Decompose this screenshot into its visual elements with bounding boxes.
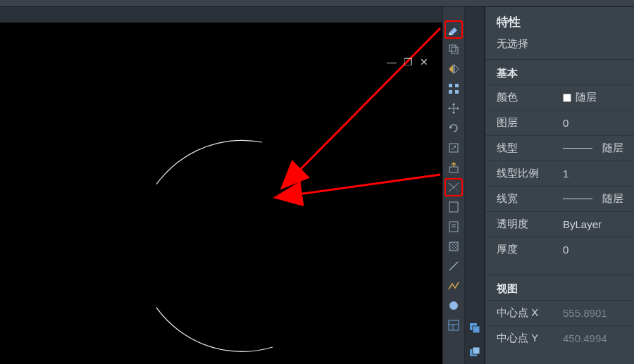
svg-rect-7: [455, 90, 459, 94]
svg-rect-6: [449, 90, 452, 94]
send-top-tool[interactable]: [445, 159, 462, 176]
lineweight-label: 线宽: [485, 192, 559, 206]
trim-tool[interactable]: [445, 179, 462, 196]
hatch-tool[interactable]: [445, 238, 462, 255]
linetype-value: 随层: [602, 142, 623, 155]
svg-rect-5: [455, 84, 459, 87]
properties-panel: 特性 无选择 基本 颜色 随层 图层 0 线型 随层 线型比例 1 线宽 随层: [485, 7, 634, 364]
annotation-arrows: [0, 23, 442, 364]
canvas-minimize[interactable]: —: [387, 56, 397, 68]
row-linetype[interactable]: 线型 随层: [485, 135, 634, 161]
panel-gutter: [465, 7, 485, 364]
svg-rect-18: [473, 347, 480, 354]
layer-label: 图层: [485, 116, 559, 130]
stack-group-icon[interactable]: [468, 345, 482, 359]
svg-rect-16: [473, 326, 480, 333]
right-toolbar: [442, 7, 465, 364]
row-color[interactable]: 颜色 随层: [485, 84, 634, 110]
layout-tool[interactable]: [445, 317, 462, 334]
scale-tool[interactable]: [445, 139, 462, 156]
svg-rect-4: [449, 84, 452, 87]
center-y-value: 450.4994: [559, 332, 634, 344]
svg-line-0: [298, 28, 440, 172]
move-tool[interactable]: [445, 100, 462, 117]
mirror-tool[interactable]: [445, 61, 462, 77]
lineweight-value: 随层: [602, 192, 623, 206]
color-label: 颜色: [485, 91, 559, 104]
transparency-label: 透明度: [485, 218, 559, 231]
svg-rect-10: [449, 202, 458, 212]
center-x-label: 中心点 X: [485, 306, 559, 320]
svg-point-13: [449, 301, 458, 310]
canvas-close[interactable]: ✕: [420, 56, 428, 68]
eraser-tool[interactable]: [445, 21, 462, 38]
copy-tool[interactable]: [445, 41, 462, 58]
panel-no-selection: 无选择: [485, 34, 634, 59]
doc1-tool[interactable]: [445, 199, 462, 215]
svg-rect-14: [449, 320, 459, 330]
row-layer[interactable]: 图层 0: [485, 110, 634, 135]
row-lineweight[interactable]: 线宽 随层: [485, 186, 634, 211]
row-center-x[interactable]: 中心点 X 555.8901: [485, 300, 634, 325]
rotate-tool[interactable]: [445, 120, 462, 137]
layer-value: 0: [559, 117, 634, 129]
section-basic-header: 基本: [485, 60, 634, 84]
svg-rect-3: [452, 47, 458, 54]
row-transparency[interactable]: 透明度 ByLayer: [485, 211, 634, 237]
copy-group-icon[interactable]: [468, 321, 482, 335]
svg-rect-2: [449, 45, 456, 51]
thickness-value: 0: [559, 244, 634, 256]
linetype-scale-label: 线型比例: [485, 167, 559, 180]
circle-tool[interactable]: [445, 297, 462, 314]
thickness-label: 厚度: [485, 243, 559, 256]
linetype-label: 线型: [485, 142, 559, 155]
row-thickness[interactable]: 厚度 0: [485, 237, 634, 262]
section-view-header: 视图: [485, 275, 634, 300]
lineweight-preview-icon: [563, 199, 592, 199]
color-value: 随层: [576, 91, 597, 104]
drawing-canvas-area[interactable]: — ❐ ✕: [0, 7, 442, 364]
panel-title: 特性: [485, 7, 634, 34]
transparency-value: ByLayer: [559, 218, 634, 230]
color-swatch-icon: [563, 94, 571, 102]
center-x-value: 555.8901: [559, 307, 634, 319]
array-tool[interactable]: [445, 80, 462, 97]
center-y-label: 中心点 Y: [485, 332, 559, 345]
svg-rect-9: [449, 167, 458, 172]
canvas-restore[interactable]: ❐: [404, 56, 413, 68]
svg-line-1: [298, 175, 440, 194]
linetype-scale-value: 1: [559, 168, 634, 180]
row-linetype-scale[interactable]: 线型比例 1: [485, 161, 634, 186]
drawing-canvas[interactable]: — ❐ ✕: [0, 23, 442, 364]
linetype-preview-icon: [563, 148, 592, 149]
doc2-tool[interactable]: [445, 218, 462, 235]
row-center-y[interactable]: 中心点 Y 450.4994: [485, 325, 634, 351]
polyline-tool[interactable]: [445, 277, 462, 294]
line-tool[interactable]: [445, 258, 462, 275]
